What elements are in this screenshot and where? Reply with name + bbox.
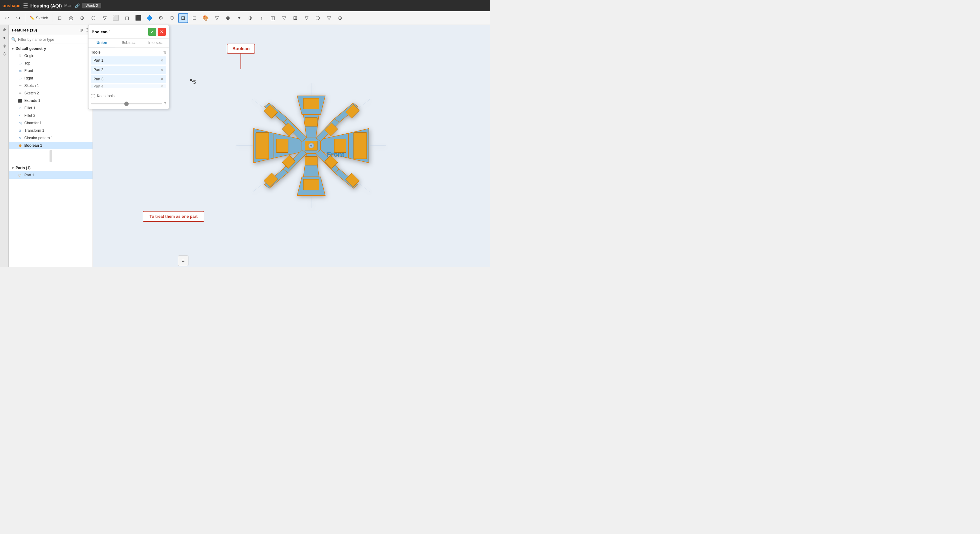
chamfer-icon: ◹ [18,121,22,126]
list-item[interactable]: ⬛ Extrude 1 [9,97,92,104]
tool-item-name: Part 3 [94,77,103,81]
toolbar-btn-1[interactable]: □ [55,13,65,23]
list-view-button[interactable]: ≡ [178,255,188,266]
tab-intersect[interactable]: Intersect [142,39,169,47]
undo-button[interactable]: ↩ [2,13,12,23]
feature-item-label: Right [24,76,33,80]
list-item[interactable]: ◹ Chamfer 1 [9,120,92,127]
toolbar-btn-22[interactable]: ⊞ [290,13,300,23]
boolean-tool-button[interactable]: ⊞ [178,13,188,23]
dialog-slider[interactable] [91,103,162,104]
tool-item-1[interactable]: Part 1 ✕ [91,56,166,64]
svg-point-39 [310,145,312,147]
boolean-tabs: Union Subtract Intersect [89,39,169,48]
tool-item-remove-icon[interactable]: ✕ [160,58,164,63]
toolbar-btn-4[interactable]: ⬡ [89,13,99,23]
toolbar-btn-19[interactable]: ↑ [257,13,267,23]
left-icon-1[interactable]: ⊕ [1,26,8,33]
toolbar-btn-8[interactable]: ⬛ [133,13,143,23]
chevron-down-icon: ▼ [11,166,14,170]
tab-subtract[interactable]: Subtract [115,39,142,47]
dialog-cancel-button[interactable]: ✕ [158,28,166,36]
tools-section: Tools ⇅ Part 1 ✕ Part 2 ✕ Part 3 ✕ Part … [89,48,169,92]
toolbar: ↩ ↪ ✏️ Sketch □ ◎ ⊕ ⬡ ▽ ⬜ ◻ ⬛ 🔷 ⚙ ⬡ ⊞ □ … [0,11,490,25]
toolbar-btn-14[interactable]: 🎨 [200,13,211,23]
list-item[interactable]: ◜ Fillet 2 [9,112,92,120]
list-item[interactable]: ▭ Top [9,59,92,67]
scrollbar[interactable] [49,150,52,162]
tool-item-2[interactable]: Part 2 ✕ [91,66,166,74]
left-icon-4[interactable]: ⬡ [1,51,8,57]
help-icon[interactable]: ? [164,101,166,106]
tool-item-remove-icon[interactable]: ✕ [160,67,164,72]
toolbar-btn-16[interactable]: ⊗ [223,13,233,23]
parts-group-header[interactable]: ▼ Parts (1) [9,164,92,171]
menu-icon[interactable]: ☰ [23,2,28,9]
number-badge: 5 [193,80,196,85]
svg-rect-17 [256,132,269,159]
tab-week2[interactable]: Week 2 [82,3,101,8]
toolbar-btn-23[interactable]: ▽ [302,13,312,23]
feature-add-icon[interactable]: ⊕ [80,27,83,32]
extrude-icon: ⬛ [18,98,22,103]
toolbar-btn-11[interactable]: ⬡ [167,13,177,23]
boolean-dialog: Boolean 1 ✓ ✕ Union Subtract Intersect T… [88,25,169,109]
feature-panel: Features (13) ⊕ ⏱ 🔍 ▼ Default geometry ⊕… [9,25,93,267]
svg-rect-13 [304,179,319,190]
list-item[interactable]: ▭ Right [9,75,92,82]
tool-item-3[interactable]: Part 3 ✕ [91,75,166,83]
tool-item-4[interactable]: Part 4 ✕ [91,84,166,88]
toolbar-btn-24[interactable]: ⬡ [313,13,323,23]
3d-model: Front [205,52,417,240]
search-input[interactable] [18,37,90,42]
list-item[interactable]: ▭ Front [9,67,92,75]
toolbar-btn-9[interactable]: 🔷 [145,13,154,23]
tab-union[interactable]: Union [89,39,115,47]
keep-tools-checkbox[interactable] [91,94,95,98]
toolbar-btn-20[interactable]: ◫ [268,13,278,23]
toolbar-btn-6[interactable]: ⬜ [111,13,121,23]
redo-button[interactable]: ↪ [13,13,23,23]
feature-item-label: Sketch 1 [24,83,39,88]
toolbar-btn-21[interactable]: ▽ [279,13,289,23]
toolbar-btn-5[interactable]: ▽ [100,13,110,23]
list-item[interactable]: ⊕ Boolean 1 [9,142,92,149]
bottom-toolbar: ≡ [177,255,189,267]
dialog-confirm-button[interactable]: ✓ [148,28,156,36]
toolbar-btn-25[interactable]: ▽ [324,13,334,23]
list-item[interactable]: ⊚ Circular pattern 1 [9,134,92,142]
toolbar-btn-26[interactable]: ⊕ [335,13,345,23]
toolbar-btn-3[interactable]: ⊕ [77,13,87,23]
list-item[interactable]: ✏ Sketch 2 [9,89,92,97]
list-item[interactable]: ⬡ Part 1 [9,171,92,179]
origin-icon: ⊕ [18,53,22,58]
list-item[interactable]: ✏ Sketch 1 [9,82,92,89]
tool-item-name: Part 2 [94,68,103,72]
fillet-icon: ◜ [18,113,22,118]
svg-rect-9 [304,98,319,109]
toolbar-separator-2 [52,14,53,22]
sketch-button[interactable]: ✏️ Sketch [27,13,51,23]
tool-item-remove-icon[interactable]: ✕ [160,84,164,88]
left-icon-3[interactable]: ◎ [1,42,8,49]
list-item[interactable]: ⊕ Origin [9,52,92,59]
feature-item-label: Extrude 1 [24,99,40,103]
toolbar-btn-15[interactable]: ▽ [212,13,222,23]
toolbar-btn-13[interactable]: □ [189,13,199,23]
toolbar-btn-2[interactable]: ◎ [66,13,76,23]
feature-group-default[interactable]: ▼ Default geometry [9,45,92,52]
tool-item-remove-icon[interactable]: ✕ [160,77,164,81]
list-item[interactable]: ◜ Fillet 1 [9,104,92,112]
feature-group-label: Default geometry [16,46,46,51]
tool-item-name: Part 1 [94,58,103,63]
document-title: Housing (AQI) [30,3,62,8]
toolbar-btn-10[interactable]: ⚙ [156,13,166,23]
toolbar-btn-7[interactable]: ◻ [122,13,132,23]
left-icon-2[interactable]: ● [1,34,8,41]
toolbar-btn-18[interactable]: ⊕ [245,13,255,23]
part-item-label: Part 1 [24,173,34,177]
sort-icon[interactable]: ⇅ [163,50,166,54]
list-item[interactable]: ⊗ Transform 1 [9,127,92,134]
svg-rect-15 [276,139,288,152]
toolbar-btn-17[interactable]: ✦ [234,13,244,23]
